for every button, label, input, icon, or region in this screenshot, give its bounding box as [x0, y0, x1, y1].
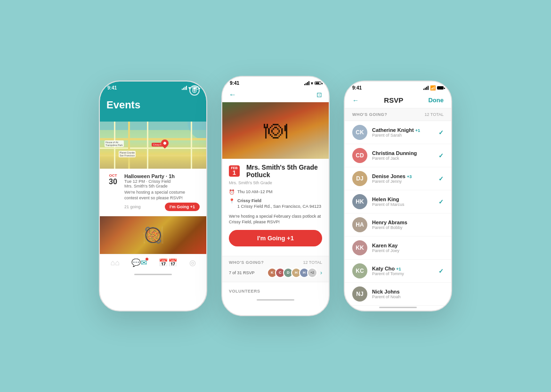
event-card-halloween[interactable]: Oct 30 Halloween Party · 1h Tue 12 PM · … — [100, 169, 206, 216]
person-name-christina: Christina Dunning — [372, 150, 417, 156]
rsvp-person-1[interactable]: CD Christina Dunning Parent of Jack ✓ — [345, 144, 451, 167]
event-detail-nav: ← ⊡ — [222, 88, 329, 102]
person-plus-catherine: +1 — [415, 128, 420, 133]
avatar-katy: KC — [352, 263, 367, 278]
rsvp-person-5[interactable]: KK Karen Kay Parent of Joey — [345, 237, 451, 260]
phone-events: 9:41 ▾ ⊕ Events — [99, 81, 207, 311]
person-sub-helen: Parent of Marcus — [372, 202, 434, 207]
rsvp-list: CK Catherine Knight +1 Parent of Sarah ✓… — [345, 121, 451, 306]
person-sub-henry: Parent of Bobby — [372, 225, 444, 230]
check-icon-2: ✓ — [438, 175, 444, 182]
person-name-helen: Helen King — [372, 196, 399, 202]
event-food-image: 🥘 — [100, 216, 206, 254]
time-1: 9:41 — [107, 85, 117, 90]
person-name-henry: Henry Abrams — [372, 220, 407, 225]
event-time-halloween: Tue 12 PM · Crissy Field — [124, 179, 200, 184]
bottom-nav-1: ⌂ ✉ 📅 ◎ — [100, 254, 206, 273]
im-going-button-1[interactable]: I'm Going +1 — [165, 203, 200, 211]
map-label-1: House of AirTrampoline Park — [105, 140, 124, 147]
event-time-row: ⏰ Thu 10 AM–12 PM — [229, 189, 322, 195]
nav-dashboard-icon[interactable]: ◎ — [189, 258, 196, 267]
person-sub-karen: Parent of Joey — [372, 248, 444, 253]
home-indicator-2 — [257, 299, 294, 301]
status-icons-2: ▾ — [304, 81, 321, 86]
person-info-karen: Karen Kay Parent of Joey — [372, 243, 444, 253]
whos-going-label: WHO'S GOING? — [229, 260, 264, 265]
nav-chat-icon[interactable]: ✉ — [131, 258, 147, 267]
nav-home-icon[interactable]: ⌂ — [110, 259, 119, 267]
status-bar-2: 9:41 ▾ — [222, 77, 329, 88]
events-header: ⊕ Events — [100, 92, 206, 122]
person-sub-katy: Parent of Tommy — [372, 271, 434, 276]
event-description: We're hosting a special February class p… — [229, 213, 322, 225]
avatar-karen: KK — [352, 240, 367, 255]
check-icon-0: ✓ — [438, 129, 444, 136]
back-button[interactable]: ← — [229, 90, 236, 99]
chevron-right-icon[interactable]: › — [320, 270, 322, 276]
status-icons-3: 📶 — [423, 85, 444, 90]
avatar-henry: HA — [352, 217, 367, 232]
person-plus-denise: +3 — [407, 174, 412, 179]
person-sub-denise: Parent of Jenny — [372, 179, 434, 184]
wifi-icon-3: 📶 — [430, 85, 436, 90]
nav-calendar-icon[interactable]: 📅 — [159, 258, 178, 267]
person-info-christina: Christina Dunning Parent of Jack — [372, 150, 434, 161]
rsvp-total-badge: 12 TOTAL — [424, 112, 444, 117]
avatar-group: K C D H H +2 — [267, 268, 317, 278]
event-detail-title: Mrs. Smith's 5th Grade Potluck — [246, 163, 322, 179]
signal-icon-2 — [304, 81, 309, 85]
event-detail-body: FEB 1 Mrs. Smith's 5th Grade Potluck Mrs… — [222, 159, 329, 256]
rsvp-back-button[interactable]: ← — [352, 97, 359, 104]
person-info-denise: Denise Jones +3 Parent of Jenny — [372, 173, 434, 184]
event-detail-title-row: FEB 1 Mrs. Smith's 5th Grade Potluck — [229, 163, 322, 179]
clock-icon: ⏰ — [229, 189, 235, 195]
event-going-count: 21 going — [124, 204, 141, 209]
im-going-button-2[interactable]: I'm Going +1 — [229, 230, 322, 246]
rsvp-person-2[interactable]: DJ Denise Jones +3 Parent of Jenny ✓ — [345, 167, 451, 190]
rsvp-count: 7 of 31 RSVP — [229, 270, 255, 275]
rsvp-person-3[interactable]: HK Helen King Parent of Marcus ✓ — [345, 190, 451, 213]
map-view[interactable]: House of AirTrampoline Park Planet Grani… — [100, 122, 206, 169]
person-info-katy: Katy Cho +1 Parent of Tommy — [372, 266, 434, 276]
rsvp-person-6[interactable]: KC Katy Cho +1 Parent of Tommy ✓ — [345, 260, 451, 283]
event-date-halloween: Oct 30 — [106, 173, 120, 211]
person-info-catherine: Catherine Knight +1 Parent of Sarah — [372, 127, 434, 138]
event-org-halloween: Mrs. Smith's 5th Grade — [124, 184, 200, 188]
signal-icon-1 — [182, 86, 187, 90]
events-title: Events — [106, 96, 200, 115]
person-name-nick: Nick Johns — [372, 289, 400, 294]
done-button[interactable]: Done — [428, 97, 444, 104]
signal-icon-3 — [423, 86, 429, 90]
rsvp-person-7[interactable]: NJ Nick Johns Parent of Noah — [345, 283, 451, 306]
avatar-helen: HK — [352, 194, 367, 209]
rsvp-title: RSVP — [384, 96, 403, 104]
whos-going-total: 12 TOTAL — [303, 260, 322, 265]
rsvp-row[interactable]: 7 of 31 RSVP K C D H H +2 › — [229, 268, 322, 278]
event-title-halloween: Halloween Party · 1h — [124, 173, 200, 179]
person-plus-katy: +1 — [396, 267, 401, 271]
avatar-nick: NJ — [352, 286, 367, 302]
rsvp-person-4[interactable]: HA Henry Abrams Parent of Bobby — [345, 213, 451, 237]
person-name-denise: Denise Jones — [372, 173, 405, 179]
rsvp-header: ← RSVP Done — [345, 92, 451, 108]
check-icon-3: ✓ — [438, 198, 444, 205]
check-icon-6: ✓ — [438, 268, 444, 275]
check-icon-1: ✓ — [438, 152, 444, 159]
home-indicator-3 — [379, 307, 417, 308]
volunteers-label: VOLUNTEERS — [229, 289, 260, 294]
rsvp-whos-going-label: WHO'S GOING? — [352, 112, 387, 117]
share-icon[interactable]: ⊡ — [316, 91, 322, 98]
avatar-group-row: K C D H H +2 › — [267, 268, 322, 278]
time-3: 9:41 — [352, 85, 362, 90]
rsvp-whos-going-bar: WHO'S GOING? 12 TOTAL — [345, 108, 451, 121]
event-date-badge-detail: FEB 1 — [229, 165, 240, 177]
avatar-catherine: CK — [352, 125, 367, 140]
status-bar-3: 9:41 📶 — [345, 82, 451, 92]
map-label-2: Planet GraniteSan Francisco — [119, 151, 136, 157]
rsvp-person-0[interactable]: CK Catherine Knight +1 Parent of Sarah ✓ — [345, 121, 451, 144]
nav-messages-wrapper: ✉ — [131, 258, 147, 267]
event-location-row: 📍 Crissy Field 1 Crissy Field Rd., San F… — [229, 198, 322, 210]
location-name: Crissy Field — [237, 198, 321, 204]
add-event-button[interactable]: ⊕ — [189, 85, 200, 96]
phone-rsvp: 9:41 📶 ← RSVP Done — [344, 81, 452, 311]
